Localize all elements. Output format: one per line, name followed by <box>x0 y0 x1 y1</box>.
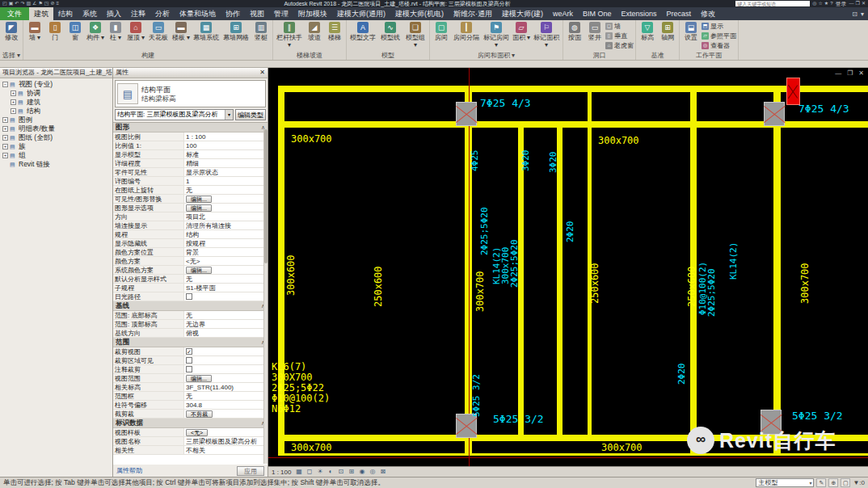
tab-modify[interactable]: 修改 <box>696 7 720 20</box>
file-menu-button[interactable]: 文件 <box>0 7 29 20</box>
edit-type-button[interactable]: 编辑类型 <box>235 109 266 120</box>
beam-annotation[interactable]: 2Φ20 <box>566 221 575 243</box>
crop-view-icon[interactable]: ⊡ <box>336 468 345 476</box>
beam-annotation[interactable]: KL6(7) <box>272 362 306 372</box>
show-workplane-button[interactable]: ⬒显示 <box>702 21 736 31</box>
undo-icon[interactable]: ↶ <box>15 0 19 7</box>
beam-annotation[interactable]: 300X700 <box>272 372 313 382</box>
tab-modeling-master-general[interactable]: 建模大师(通用) <box>332 7 390 20</box>
prop-section[interactable]: 图形∧ <box>113 123 268 133</box>
expander-icon[interactable]: + <box>2 117 8 123</box>
beam-annotation[interactable]: 2Φ25;5Φ20 <box>707 268 716 317</box>
dormer-button[interactable]: ⌂老虎窗 <box>605 40 634 50</box>
beam-annotation[interactable]: 2Φ25;5Φ22 <box>272 383 324 393</box>
view-minimize-icon[interactable]: — <box>835 69 841 77</box>
prop-section[interactable]: 范围∧ <box>113 338 268 347</box>
tab-analyze[interactable]: 分析 <box>150 7 175 20</box>
analytical-model-icon[interactable]: ⊠ <box>378 468 387 476</box>
drawing-area[interactable]: 7Φ25 4/37Φ25 4/3300x700300x7004Φ253Φ203Φ… <box>268 68 868 477</box>
beam-annotation[interactable]: 5Φ25 3/2 <box>472 374 481 417</box>
view-close-icon[interactable]: ✕ <box>858 69 864 77</box>
selected-column[interactable] <box>786 78 800 105</box>
restore-icon[interactable]: ❐ <box>856 0 860 7</box>
tab-annotate[interactable]: 注释 <box>126 7 150 20</box>
properties-help-link[interactable]: 属性帮助 <box>116 466 142 475</box>
tab-extensions[interactable]: Extensions <box>617 7 662 20</box>
show-crop-region-icon[interactable]: ⊞ <box>347 468 356 476</box>
prop-value[interactable]: 无边界 <box>184 320 268 328</box>
door-button[interactable]: ▯门 <box>45 21 65 52</box>
window-button[interactable]: ◫窗 <box>65 21 85 52</box>
model-text-button[interactable]: A模型文字 <box>348 21 377 52</box>
prop-value[interactable]: 无 <box>184 186 268 194</box>
beam-annotation[interactable]: 300x600 <box>286 255 296 296</box>
tab-addins[interactable]: 附加模块 <box>293 7 332 20</box>
prop-value[interactable]: 编辑... <box>184 195 268 203</box>
exclude-options-icon[interactable]: ▢ <box>841 478 850 487</box>
prop-value[interactable]: 三层梁模板图及梁高分析 <box>184 437 268 445</box>
tree-item-sheets[interactable]: +▤图纸 (全部) <box>0 133 112 142</box>
prop-edit-button[interactable]: 编辑... <box>186 267 212 274</box>
wall-button[interactable]: ▬墙 ▾ <box>25 21 44 52</box>
area-button[interactable]: ▱面积 ▾ <box>512 21 531 52</box>
beam-annotation[interactable]: 250x600 <box>373 266 383 307</box>
ramp-button[interactable]: ◢坡道 <box>305 21 324 52</box>
prop-value[interactable] <box>184 356 268 364</box>
tab-modeling-master-arch[interactable]: 建模大师(建) <box>497 7 548 20</box>
visual-style-icon[interactable]: ◻ <box>305 468 314 476</box>
component-button[interactable]: ❖构件 ▾ <box>86 21 105 52</box>
prop-value[interactable]: 按规程 <box>184 239 268 247</box>
expander-icon[interactable]: + <box>2 126 8 132</box>
prop-section[interactable]: 基线∧ <box>113 301 268 311</box>
beam-annotation[interactable]: N6Φ12 <box>272 404 301 414</box>
apply-button[interactable]: 应用 <box>237 466 264 476</box>
beam-annotation[interactable]: 4Φ25 <box>470 150 479 172</box>
tree-item-coordination[interactable]: +▤协调 <box>0 89 112 98</box>
prop-value[interactable]: 1 <box>184 177 268 185</box>
expander-icon[interactable]: + <box>11 99 16 105</box>
tab-weark[interactable]: weArk <box>548 7 578 20</box>
beam-annotation[interactable]: 300x700 <box>475 271 485 312</box>
prop-checkbox[interactable] <box>186 293 192 300</box>
prop-edit-button[interactable]: 编辑... <box>186 375 212 382</box>
minimize-icon[interactable]: — <box>849 0 854 7</box>
column-button[interactable]: ▮柱 ▾ <box>106 21 125 52</box>
temporary-hide-isolate-icon[interactable]: ◉ <box>357 468 366 476</box>
sun-path-icon[interactable]: ☀ <box>315 468 324 476</box>
beam-annotation[interactable]: 5Φ25 3/2 <box>493 414 544 424</box>
prop-value[interactable]: 项目北 <box>184 212 268 221</box>
open-icon[interactable]: ◰ <box>2 0 7 7</box>
shadows-icon[interactable]: ◐ <box>326 468 335 476</box>
room-button[interactable]: ▢房间 <box>432 21 451 52</box>
prop-edit-button[interactable]: <无> <box>186 429 208 436</box>
tab-modeling-master-mep[interactable]: 建模大师(机电) <box>390 7 449 20</box>
prop-checkbox[interactable] <box>186 357 192 364</box>
prop-value[interactable]: 清理所有墙连接 <box>184 221 268 229</box>
column[interactable] <box>456 102 477 126</box>
beam-annotation[interactable]: 3Φ20 <box>549 152 558 174</box>
mullion-button[interactable]: ▥竖梃 <box>251 21 271 52</box>
tab-collaborate[interactable]: 协作 <box>221 7 245 20</box>
tab-massing-site[interactable]: 体量和场地 <box>175 7 221 20</box>
prop-checkbox[interactable]: ✓ <box>186 348 192 355</box>
prop-value[interactable]: ✓ <box>184 347 268 355</box>
beam-annotation[interactable]: 300x700 <box>598 136 639 145</box>
beam-annotation[interactable]: 300x700 <box>601 443 643 452</box>
properties-scrollbar[interactable] <box>263 129 268 464</box>
prop-value[interactable]: 无 <box>184 392 268 400</box>
redo-icon[interactable]: ↷ <box>20 0 24 7</box>
curtain-grid-button[interactable]: ⊞幕墙网格 <box>221 21 251 52</box>
beam-annotation[interactable]: 250x600 <box>590 263 600 304</box>
prop-value[interactable]: 无 <box>184 311 268 319</box>
tab-architecture[interactable]: 建筑 <box>29 7 53 20</box>
detail-level-icon[interactable]: ▦ <box>294 468 303 476</box>
prop-value[interactable]: 不剪裁 <box>184 410 268 418</box>
selection-combobox[interactable]: 结构平面: 三层梁模板图及梁高分析 ▾ <box>115 109 234 120</box>
prop-value[interactable]: 背景 <box>184 248 268 256</box>
prop-value[interactable] <box>184 292 268 301</box>
ribbon-display-toggle-icon[interactable]: ⊡ <box>852 11 857 18</box>
tree-item-groups[interactable]: +▤组 <box>0 151 112 160</box>
reference-line-horizontal[interactable] <box>268 457 868 458</box>
expander-icon[interactable]: + <box>2 153 8 158</box>
model-line-button[interactable]: ∿模型线 <box>378 21 402 52</box>
